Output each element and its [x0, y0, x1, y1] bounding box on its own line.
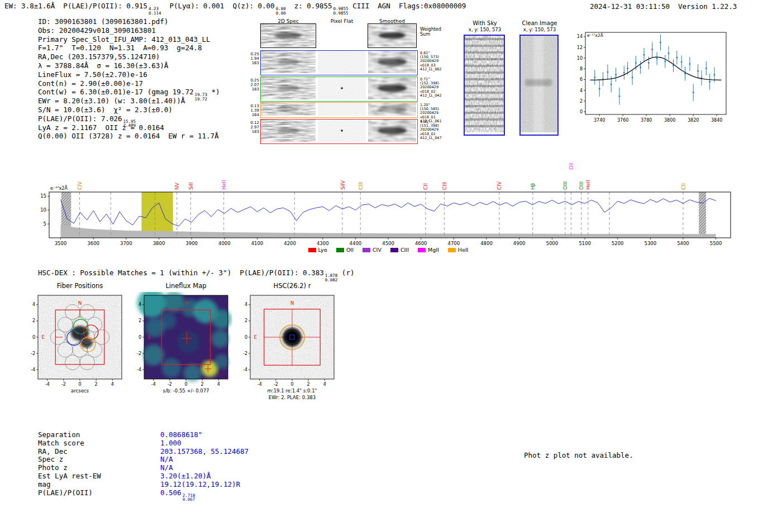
emission-line-label: HeII — [585, 180, 591, 190]
spec2d-image-cell — [261, 103, 316, 116]
cutout-title: HSC(26.2) r — [250, 282, 334, 290]
match-table-row: Est LyA rest-EW3.20(±1.20)Å — [38, 472, 249, 481]
match-table-row: Photo zN/A — [38, 464, 249, 472]
svg-text:-2: -2 — [274, 382, 278, 387]
svg-text:0: 0 — [580, 109, 583, 114]
info-line: EWr = 8.20(±3.10) (w: 3.80(±1.40))Å — [38, 97, 220, 106]
spec2d-image-cell — [261, 51, 316, 73]
legend-item: CIV — [363, 247, 382, 253]
svg-text:0: 0 — [78, 382, 81, 387]
svg-text:5500: 5500 — [710, 241, 722, 246]
catalog-match-table: Separation0.0868618"Match score1.000RA, … — [38, 431, 249, 502]
svg-text:3800: 3800 — [664, 118, 675, 123]
svg-text:2: 2 — [95, 382, 98, 387]
svg-text:4500: 4500 — [382, 241, 394, 246]
hsc-image-cutout: HSC(26.2) r m:19.1 re:1.4" s:0.1" EWr: 2… — [235, 282, 338, 405]
svg-text:-2: -2 — [61, 382, 66, 387]
svg-text:4: 4 — [139, 302, 141, 307]
svg-text:3780: 3780 — [641, 118, 652, 123]
match-row-label: Separation — [38, 431, 160, 439]
cutout-title: Lineflux Map — [144, 282, 228, 290]
timestamp-version: 2024-12-31 03:11:50 Version 1.22.3 — [590, 2, 737, 11]
spec2d-row-left-labels: 0.251.94163 — [246, 52, 259, 65]
svg-text:3900: 3900 — [185, 241, 198, 246]
spec2d-image-cell — [318, 51, 366, 73]
spec2d-image-cell — [368, 119, 416, 142]
line-fit-plot: 02468101214374037603780380038203840e⁻¹⁷x… — [576, 28, 740, 128]
emission-line-label: NV — [174, 182, 180, 190]
emission-line-label: OIII — [579, 181, 584, 190]
match-table-row: Separation0.0868618" — [38, 431, 249, 439]
match-row-label: Est LyA rest-EW — [38, 472, 160, 481]
emission-line-label: CIII — [442, 182, 447, 190]
legend-swatch — [390, 248, 398, 252]
legend-swatch — [418, 248, 426, 252]
cutout-image-svg: NE-4-4-2-2002244 — [22, 292, 126, 387]
spec2d-panel: 2D SpecPixel FlatSmoothedWeightedSum0.25… — [246, 18, 447, 148]
cutout-image-svg: NE-4-4-2-2002244 — [235, 292, 338, 387]
svg-text:2: 2 — [580, 99, 583, 104]
svg-text:2: 2 — [201, 382, 204, 387]
sup-sub-fraction: 0.98550.9855 — [333, 7, 349, 15]
svg-text:4: 4 — [580, 88, 583, 93]
svg-text:4: 4 — [245, 302, 247, 307]
cutout-image-svg: NE-4-4-2-2002244 — [128, 292, 232, 387]
svg-text:4100: 4100 — [251, 241, 264, 246]
spec2d-row — [260, 102, 418, 118]
info-line: RA,Dec (203.157379,55.124710) — [38, 52, 220, 61]
cutout-xlabel: m:19.1 re:1.4" s:0.1" — [245, 388, 340, 394]
info-line: Cont(w) = 6.30(±0.01)e-17 (gmag 19.7219.… — [38, 88, 220, 97]
svg-text:6: 6 — [580, 77, 583, 82]
svg-text:-4: -4 — [45, 382, 50, 387]
svg-text:2: 2 — [307, 382, 310, 387]
svg-text:4300: 4300 — [317, 241, 329, 246]
weighted-sum-label: WeightedSum — [420, 27, 447, 37]
spec2d-row-annotation: 0.71"(152, 398)20200429v018_02412_LL_042 — [420, 78, 447, 98]
elixer-report-page: EW: 3.8±1.6Å P(LAE)/P(OII): 0.9154.230.1… — [0, 0, 782, 532]
emission-line-label: CII — [681, 183, 686, 190]
match-table-row: P(LAE)/P(OII)0.5062.7180.067 — [38, 489, 249, 502]
svg-text:5200: 5200 — [612, 241, 624, 246]
svg-text:2: 2 — [139, 318, 141, 323]
line-fit-svg: 02468101214374037603780380038203840e⁻¹⁷x… — [576, 28, 740, 126]
legend-item: CIII — [390, 247, 409, 253]
spec2d-image-cell — [261, 24, 315, 47]
sup-sub-fraction: 0.000.00 — [276, 7, 286, 15]
compass-north-label: N — [184, 300, 188, 306]
legend-item: MgII — [418, 247, 439, 253]
spec2d-image-cell — [368, 51, 416, 73]
emission-line-label: OIII — [562, 181, 568, 190]
compass-east-label: E — [148, 334, 151, 340]
svg-text:-4: -4 — [258, 382, 262, 387]
match-row-value: 19.12(19.12,19.12)R — [160, 481, 240, 489]
full-spectrum-svg: 5101535003600370038003900400041004200430… — [34, 150, 743, 246]
info-line: Obs: 20200429v018_3090163801 — [38, 26, 220, 35]
svg-text:5: 5 — [44, 221, 46, 227]
svg-text:2: 2 — [32, 318, 35, 323]
info-line: λ = 3788.84Å σ = 16.30(±3.63)Å — [38, 61, 220, 70]
summary-header: EW: 3.8±1.6Å P(LAE)/P(OII): 0.9154.230.1… — [4, 2, 466, 15]
svg-text:4700: 4700 — [448, 241, 460, 246]
svg-text:5100: 5100 — [579, 241, 591, 246]
spec2d-col-title: Pixel Flat — [331, 18, 353, 24]
info-line: Cont(n) = 2.90(±0.00)e-17 — [38, 79, 220, 88]
svg-text:5300: 5300 — [644, 241, 656, 246]
svg-text:0: 0 — [245, 335, 247, 340]
spectrum-units-annotation: e⁻¹⁷x2Å — [50, 185, 68, 191]
zoom-units-annotation: e⁻¹⁷x2Å — [587, 33, 604, 38]
match-row-value: 203.157368, 55.124687 — [160, 448, 249, 456]
svg-text:4: 4 — [323, 382, 326, 387]
clean-image-coords: x, y: 150, 573 — [519, 27, 560, 32]
match-row-label: Photo z — [38, 464, 160, 472]
svg-text:-4: -4 — [243, 367, 247, 372]
compass-east-label: E — [42, 334, 45, 340]
sup-sub-fraction: 2.7180.067 — [183, 493, 196, 502]
match-row-value: 1.000 — [160, 439, 182, 448]
svg-text:0: 0 — [290, 382, 293, 387]
spec2d-row-left-labels: 0.122.97183 — [246, 121, 259, 134]
legend-swatch — [336, 248, 344, 252]
match-row-value: 0.0868618" — [160, 431, 202, 439]
emission-line-label: HeII — [221, 180, 227, 190]
spec2d-row — [260, 119, 418, 144]
svg-text:-4: -4 — [31, 367, 35, 372]
